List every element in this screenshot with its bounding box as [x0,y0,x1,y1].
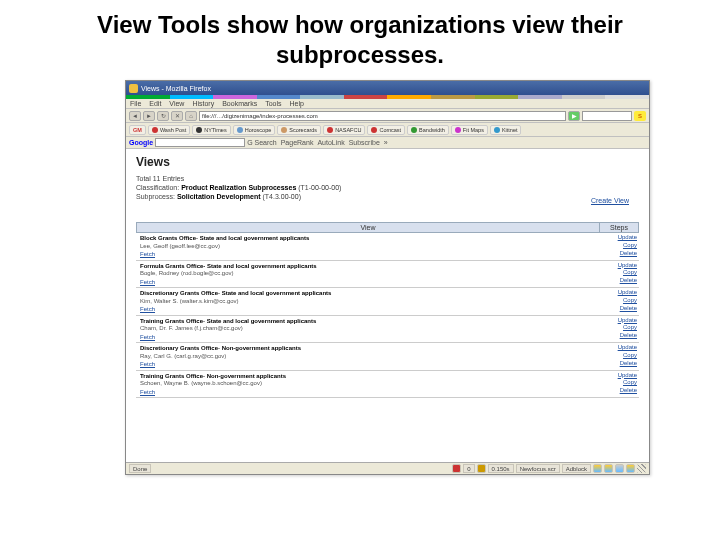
table-row: Formula Grants Office- State and local g… [136,261,639,289]
menu-bookmarks[interactable]: Bookmarks [222,100,257,107]
fetch-link[interactable]: Fetch [140,306,155,314]
menu-edit[interactable]: Edit [149,100,161,107]
page-content: Views Total 11 Entries Classification: P… [126,149,649,462]
table-row: Block Grants Office- State and local gov… [136,233,639,261]
go-button[interactable]: ▶ [568,111,580,121]
delete-link[interactable]: Delete [603,332,637,340]
copy-link[interactable]: Copy [603,324,637,332]
weather-icon-3 [615,464,624,473]
table-row: Discretionary Grants Office- State and l… [136,288,639,316]
fetch-link[interactable]: Fetch [140,361,155,369]
copy-link[interactable]: Copy [603,297,637,305]
stop-button[interactable]: ✕ [171,111,183,121]
home-button[interactable]: ⌂ [185,111,197,121]
copy-link[interactable]: Copy [603,352,637,360]
weather-icon-2 [604,464,613,473]
row-owner: Kim, Walter S. (walter.s.kim@cc.gov) [140,298,597,306]
adblock-cell[interactable]: Adblock [562,464,591,473]
update-link[interactable]: Update [603,344,637,352]
delete-link[interactable]: Delete [603,250,637,258]
menubar[interactable]: FileEditViewHistoryBookmarksToolsHelp [126,99,649,109]
status-done: Done [129,464,151,473]
menu-help[interactable]: Help [290,100,304,107]
gbar-autolink[interactable]: AutoLink [317,139,344,146]
menu-history[interactable]: History [192,100,214,107]
row-owner: Ray, Carl G. (carl.g.ray@cc.gov) [140,353,597,361]
bookmark-wash-post[interactable]: Wash Post [148,125,190,135]
delete-link[interactable]: Delete [603,277,637,285]
row-title: Discretionary Grants Office- Non-governm… [140,345,597,353]
bookmark-scorecards[interactable]: Scorecards [277,125,321,135]
bookmark-nytimes[interactable]: NYTimes [192,125,230,135]
space-icon[interactable]: S [634,111,646,121]
browser-window: Views - Mozilla Firefox FileEditViewHist… [125,80,650,475]
total-entries: Total 11 Entries [136,175,639,182]
back-button[interactable]: ◄ [129,111,141,121]
delete-link[interactable]: Delete [603,305,637,313]
status-q: 0 [463,464,474,473]
firefox-icon [129,84,138,93]
row-owner: Cham, Dr. F. James (f.j.cham@cc.gov) [140,325,597,333]
row-owner: Bogle, Rodney (rod.bogle@cc.gov) [140,270,597,278]
status-scr[interactable]: Newfocus.scr [516,464,560,473]
copy-link[interactable]: Copy [603,379,637,387]
update-link[interactable]: Update [603,372,637,380]
table-row: Training Grants Office- State and local … [136,316,639,344]
forward-button[interactable]: ► [143,111,155,121]
bookmark-comcast[interactable]: Comcast [367,125,405,135]
classification-line: Classification: Product Realization Subp… [136,184,639,191]
gbar-[interactable]: » [384,139,388,146]
row-owner: Schoen, Wayne B. (wayne.b.schoen@cc.gov) [140,380,597,388]
google-search-input[interactable] [155,138,245,147]
fetch-link[interactable]: Fetch [140,389,155,397]
slide-title: View Tools show how organizations view t… [0,0,720,78]
nav-toolbar: ◄ ► ↻ ✕ ⌂ file:///…/digizenimage/index-p… [126,109,649,123]
row-title: Formula Grants Office- State and local g… [140,263,597,271]
row-title: Block Grants Office- State and local gov… [140,235,597,243]
status-icon [452,464,461,473]
weather-icon-4 [626,464,635,473]
gbar-subscribe[interactable]: Subscribe [349,139,380,146]
table-row: Training Grants Office- Non-government a… [136,371,639,399]
delete-link[interactable]: Delete [603,360,637,368]
address-bar[interactable]: file:///…/digizenimage/index-processes.c… [199,111,566,121]
menu-file[interactable]: File [130,100,141,107]
subprocess-label: Subprocess: [136,193,175,200]
window-title: Views - Mozilla Firefox [141,85,211,92]
bookmark-kittnet[interactable]: Kittnet [490,125,522,135]
update-link[interactable]: Update [603,317,637,325]
row-owner: Lee, Geoff (geoff.lee@cc.gov) [140,243,597,251]
menu-view[interactable]: View [169,100,184,107]
subprocess-code: (T4.3.00-00) [262,193,301,200]
resize-grip[interactable] [637,464,646,473]
fetch-link[interactable]: Fetch [140,334,155,342]
fetch-link[interactable]: Fetch [140,279,155,287]
row-title: Discretionary Grants Office- State and l… [140,290,597,298]
page-heading: Views [136,155,639,169]
bookmark-bandwidth[interactable]: Bandwidth [407,125,449,135]
gbar-pagerank[interactable]: PageRank [281,139,314,146]
reload-button[interactable]: ↻ [157,111,169,121]
bookmark-nasafcu[interactable]: NASAFCU [323,125,365,135]
status-time: 0.150s [488,464,514,473]
create-view-link[interactable]: Create View [591,197,629,204]
delete-link[interactable]: Delete [603,387,637,395]
gmail-chip[interactable]: GM [129,125,146,135]
window-titlebar[interactable]: Views - Mozilla Firefox [126,81,649,95]
bookmark-fit-maps[interactable]: Fit Maps [451,125,488,135]
bookmarks-toolbar: GM Wash PostNYTimesHoroscopeScorecardsNA… [126,123,649,137]
copy-link[interactable]: Copy [603,242,637,250]
gbar-gsearch[interactable]: G Search [247,139,277,146]
search-box[interactable] [582,111,632,121]
copy-link[interactable]: Copy [603,269,637,277]
classification-label: Classification: [136,184,179,191]
update-link[interactable]: Update [603,262,637,270]
update-link[interactable]: Update [603,234,637,242]
fetch-link[interactable]: Fetch [140,251,155,259]
update-link[interactable]: Update [603,289,637,297]
menu-tools[interactable]: Tools [265,100,281,107]
status-bar: Done 0 0.150s Newfocus.scr Adblock [126,462,649,474]
row-title: Training Grants Office- State and local … [140,318,597,326]
bookmark-horoscope[interactable]: Horoscope [233,125,276,135]
table-body: Block Grants Office- State and local gov… [136,233,639,398]
